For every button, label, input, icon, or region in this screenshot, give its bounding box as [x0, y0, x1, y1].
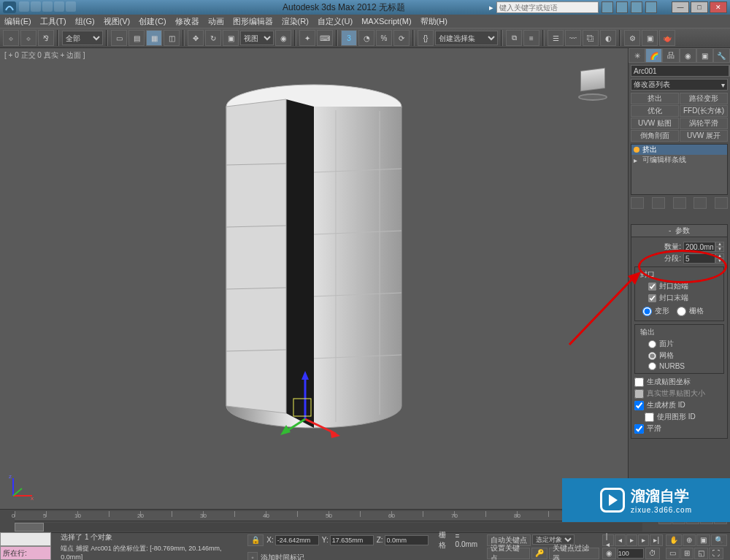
named-sets-icon[interactable]: {}: [418, 30, 434, 46]
modbtn-extrude[interactable]: 挤出: [631, 93, 679, 104]
modbtn-pathdeform[interactable]: 路径变形: [680, 93, 728, 104]
chk-smooth[interactable]: 平滑: [634, 423, 724, 434]
menu-create[interactable]: 创建(C): [139, 16, 166, 27]
menu-custom[interactable]: 自定义(U): [318, 16, 353, 27]
menu-tools[interactable]: 工具(T): [40, 16, 66, 27]
segments-spinner[interactable]: ▲▼: [683, 253, 724, 264]
qa-new-icon[interactable]: [19, 1, 29, 12]
add-time-tag[interactable]: 添加时间标记: [261, 553, 304, 561]
zoom-icon[interactable]: 🔍: [711, 534, 727, 546]
close-button[interactable]: ✕: [710, 1, 727, 13]
radio-morph[interactable]: 变形: [642, 306, 669, 316]
nav-goto-end-icon[interactable]: ▸|: [650, 534, 663, 546]
key-mode-icon[interactable]: ◉: [602, 548, 616, 559]
script-line-current[interactable]: 所在行:: [0, 546, 51, 560]
angle-snap-icon[interactable]: ◔: [358, 30, 374, 46]
qa-save-icon[interactable]: [42, 1, 53, 12]
rotate-icon[interactable]: ↻: [205, 30, 221, 46]
radio-nurbs[interactable]: NURBS: [648, 362, 721, 370]
modbtn-turbosmooth[interactable]: 涡轮平滑: [680, 118, 728, 129]
chk-cap-start[interactable]: 封口始端: [648, 281, 721, 291]
select-icon[interactable]: ▭: [111, 30, 127, 46]
modifier-list-dropdown[interactable]: 修改器列表 ▾: [631, 79, 728, 91]
amount-input[interactable]: [683, 242, 715, 252]
rollout-header[interactable]: - 参数: [631, 225, 727, 237]
tab-create-icon[interactable]: ✳: [629, 48, 645, 63]
menu-edit[interactable]: 编辑(E): [4, 16, 31, 27]
spin-down-icon[interactable]: ▼: [715, 247, 724, 252]
viewcube-ring-icon[interactable]: [578, 93, 607, 101]
qa-undo-icon[interactable]: [54, 1, 64, 12]
material-editor-icon[interactable]: ◐: [600, 30, 616, 46]
window-crossing-icon[interactable]: ◫: [164, 30, 180, 46]
select-rect-icon[interactable]: ▦: [146, 30, 162, 46]
menu-animation[interactable]: 动画: [208, 16, 224, 27]
expand-icon[interactable]: ▸: [634, 156, 639, 164]
lock-icon[interactable]: 🔒: [247, 534, 264, 546]
tab-modify-icon[interactable]: 🌈: [645, 48, 662, 63]
modbtn-chamfer[interactable]: 倒角剖面: [631, 130, 679, 142]
stack-item-spline[interactable]: ▸ 可编辑样条线: [631, 155, 727, 165]
ref-coord-select[interactable]: 视图: [240, 31, 274, 45]
nav-play-icon[interactable]: ▸: [626, 534, 637, 546]
qa-open-icon[interactable]: [31, 1, 41, 12]
chk-cap-end[interactable]: 封口末端: [648, 293, 721, 303]
chk-genmat[interactable]: 生成材质 ID: [634, 400, 724, 410]
menu-render[interactable]: 渲染(R): [282, 16, 309, 27]
select-name-icon[interactable]: ▤: [128, 30, 145, 46]
pan-icon[interactable]: ✋: [666, 534, 682, 546]
modbtn-uvwunwrap[interactable]: UVW 展开: [680, 130, 728, 142]
radio-mesh[interactable]: 网格: [648, 350, 721, 361]
keyfilter-button[interactable]: 关键点过滤器: [549, 548, 599, 559]
tab-hierarchy-icon[interactable]: 品: [662, 48, 679, 63]
render-setup-icon[interactable]: ⚙: [624, 30, 640, 46]
tab-motion-icon[interactable]: ◉: [680, 48, 696, 63]
nav-prev-icon[interactable]: ◂: [615, 534, 626, 546]
coord-z-input[interactable]: [385, 535, 429, 545]
time-ruler[interactable]: 05102030405060708090100: [15, 511, 642, 521]
segments-input[interactable]: [683, 253, 715, 264]
radio-grid[interactable]: 栅格: [677, 306, 704, 316]
make-unique-icon[interactable]: [673, 197, 686, 209]
nav-next-icon[interactable]: ▸: [638, 534, 649, 546]
stack-item-extrude[interactable]: 挤出: [631, 145, 727, 155]
mirror-icon[interactable]: ⧉: [506, 30, 522, 46]
tab-utilities-icon[interactable]: 🔧: [713, 48, 730, 63]
zoom-extents-icon[interactable]: ▣: [696, 534, 710, 546]
chk-useshape[interactable]: 使用图形 ID: [645, 412, 724, 422]
time-tag-icon[interactable]: ◦: [247, 552, 258, 561]
spin-up-icon[interactable]: ▲: [715, 253, 724, 258]
render-frame-icon[interactable]: ▣: [642, 30, 658, 46]
bulb-icon[interactable]: [634, 147, 639, 153]
radio-patch[interactable]: 面片: [648, 339, 721, 349]
setkey-button[interactable]: 设置关键点: [487, 548, 530, 559]
menu-group[interactable]: 组(G): [75, 16, 95, 27]
scale-icon[interactable]: ▣: [223, 30, 239, 46]
viewcube[interactable]: [572, 63, 613, 104]
search-icon[interactable]: [602, 1, 613, 13]
viewcube-box-icon[interactable]: [580, 68, 605, 91]
qa-redo-icon[interactable]: [66, 1, 76, 12]
menu-modifiers[interactable]: 修改器: [175, 16, 199, 27]
nav-goto-start-icon[interactable]: |◂: [602, 534, 615, 546]
tab-display-icon[interactable]: ▣: [696, 48, 713, 63]
help-icon[interactable]: [645, 1, 657, 13]
time-config-icon[interactable]: ⏱: [645, 548, 660, 559]
configure-icon[interactable]: [715, 197, 728, 209]
help-search-input[interactable]: [496, 1, 599, 13]
modbtn-optimize[interactable]: 优化: [631, 105, 679, 117]
maximize-button[interactable]: □: [691, 1, 708, 13]
viewport-label[interactable]: [ + 0 正交 0 真实 + 边面 ]: [4, 50, 85, 61]
viewport[interactable]: [ + 0 正交 0 真实 + 边面 ] z: [0, 48, 628, 509]
current-frame-input[interactable]: [618, 548, 644, 559]
modbtn-ffd[interactable]: FFD(长方体): [680, 105, 728, 117]
spin-up-icon[interactable]: ▲: [715, 242, 724, 247]
fov-icon[interactable]: ▭: [666, 548, 680, 559]
spin-down-icon[interactable]: ▼: [715, 258, 724, 264]
zoom-all-icon[interactable]: ⊞: [680, 548, 694, 559]
object-name-input[interactable]: [631, 65, 729, 77]
key-icon[interactable]: 🔑: [531, 548, 548, 559]
menu-graph[interactable]: 图形编辑器: [233, 16, 273, 27]
link-icon[interactable]: ⟐: [3, 30, 19, 46]
show-end-icon[interactable]: [652, 197, 665, 209]
